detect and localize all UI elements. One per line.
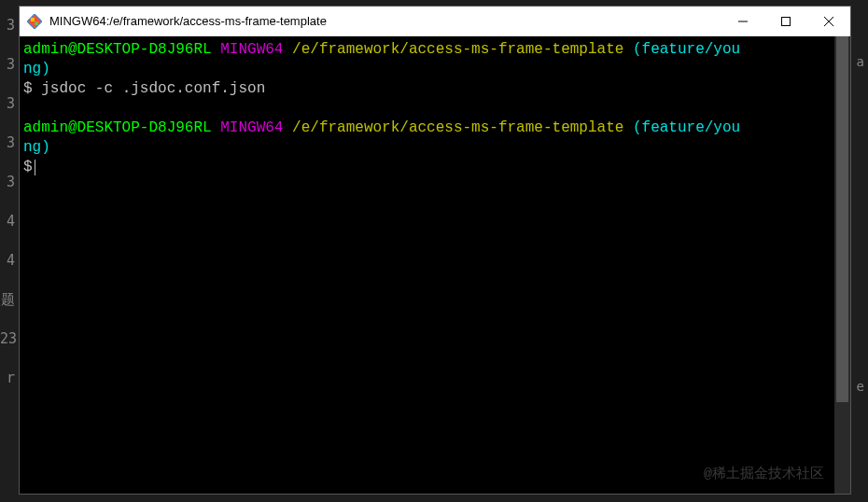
terminal-body[interactable]: admin@DESKTOP-D8J96RL MINGW64 /e/framewo… — [20, 36, 850, 494]
svg-rect-2 — [31, 18, 35, 21]
svg-rect-3 — [35, 21, 38, 25]
prompt-path: /e/framework/access-ms-frame-template — [292, 41, 623, 58]
terminal-content: admin@DESKTOP-D8J96RL MINGW64 /e/framewo… — [23, 40, 833, 177]
prompt-branch-wrap: ng) — [23, 61, 50, 77]
prompt-path: /e/framework/access-ms-frame-template — [292, 119, 623, 136]
git-bash-icon — [27, 14, 42, 29]
prompt-branch-wrap: ng) — [23, 139, 50, 156]
blank-line — [23, 99, 833, 119]
editor-gutter: 3333344题23r — [0, 0, 19, 502]
command-text: jsdoc -c .jsdoc.conf.json — [41, 80, 265, 97]
prompt-user: admin@DESKTOP-D8J96RL — [23, 119, 212, 136]
cursor — [35, 160, 35, 175]
prompt-branch: (feature/you — [633, 41, 740, 58]
prompt-symbol: $ — [23, 80, 33, 97]
vertical-scrollbar[interactable] — [834, 36, 850, 494]
command-line: $ jsdoc -c .jsdoc.conf.json — [23, 79, 833, 99]
gutter-line: r — [0, 358, 15, 397]
prompt-line: admin@DESKTOP-D8J96RL MINGW64 /e/framewo… — [23, 40, 833, 60]
minimize-button[interactable] — [721, 7, 764, 35]
window-controls — [721, 7, 850, 35]
close-button[interactable] — [807, 7, 850, 35]
watermark: @稀土掘金技术社区 — [704, 465, 824, 484]
window-title: MINGW64:/e/framework/access-ms-frame-tem… — [49, 14, 721, 28]
maximize-button[interactable] — [764, 7, 807, 35]
background-char: e — [857, 379, 864, 394]
gutter-line: 3 — [0, 6, 15, 45]
background-char: a — [857, 54, 864, 69]
prompt-env: MINGW64 — [220, 119, 283, 136]
terminal-window: MINGW64:/e/framework/access-ms-frame-tem… — [19, 6, 851, 495]
prompt-symbol: $ — [23, 159, 33, 175]
prompt-line-wrap: ng) — [23, 138, 833, 158]
scrollbar-thumb[interactable] — [836, 36, 848, 402]
command-line: $ — [23, 158, 833, 177]
window-titlebar[interactable]: MINGW64:/e/framework/access-ms-frame-tem… — [20, 7, 850, 36]
prompt-user: admin@DESKTOP-D8J96RL — [23, 41, 212, 58]
gutter-line: 3 — [0, 45, 15, 84]
prompt-branch: (feature/you — [633, 119, 740, 136]
prompt-line-wrap: ng) — [23, 60, 833, 79]
prompt-env: MINGW64 — [220, 41, 283, 58]
gutter-line: 3 — [0, 162, 15, 202]
gutter-line: 4 — [0, 202, 15, 241]
gutter-line: 4 — [0, 241, 15, 280]
gutter-line: 题 — [0, 280, 15, 319]
gutter-line: 23 — [0, 319, 15, 358]
gutter-line: 3 — [0, 84, 15, 123]
svg-rect-5 — [782, 17, 791, 25]
prompt-line: admin@DESKTOP-D8J96RL MINGW64 /e/framewo… — [23, 119, 833, 138]
gutter-line: 3 — [0, 123, 15, 162]
